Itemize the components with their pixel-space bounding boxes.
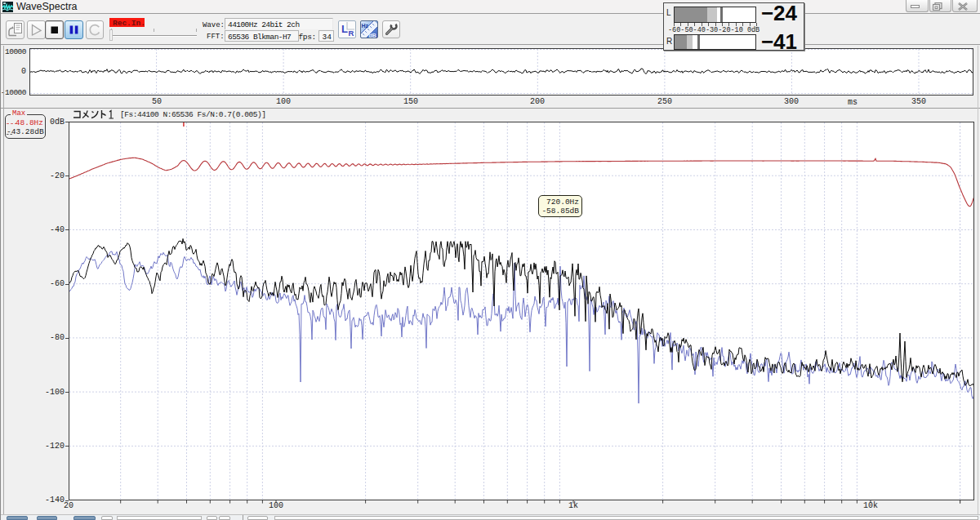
- svg-text:Hz: Hz: [362, 23, 369, 29]
- svg-text:dB: dB: [369, 33, 376, 38]
- svg-text:L: L: [341, 23, 348, 35]
- svg-text:R: R: [349, 29, 354, 38]
